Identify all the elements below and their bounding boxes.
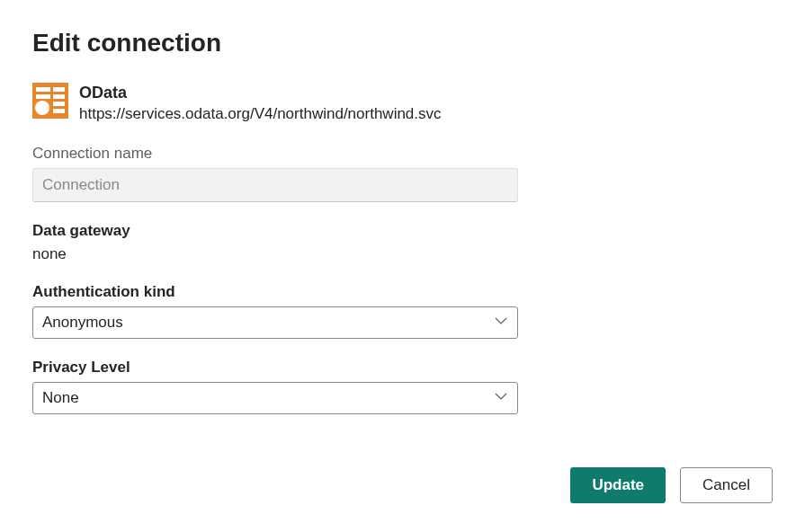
page-title: Edit connection	[32, 29, 773, 58]
connector-text: OData https://services.odata.org/V4/nort…	[79, 83, 442, 125]
svg-rect-4	[53, 94, 65, 99]
connection-name-label: Connection name	[32, 145, 773, 163]
connection-name-field: Connection name	[32, 145, 773, 202]
privacy-level-value: None	[42, 389, 79, 407]
data-gateway-field: Data gateway none	[32, 222, 773, 263]
privacy-level-label: Privacy Level	[32, 359, 773, 377]
dialog-buttons: Update Cancel	[570, 467, 773, 503]
update-button[interactable]: Update	[570, 467, 666, 503]
connector-name: OData	[79, 83, 442, 103]
authentication-kind-select[interactable]: Anonymous	[32, 306, 518, 339]
cancel-button[interactable]: Cancel	[680, 467, 773, 503]
connector-info: OData https://services.odata.org/V4/nort…	[32, 83, 773, 125]
authentication-kind-field: Authentication kind Anonymous	[32, 283, 773, 339]
svg-rect-3	[36, 94, 50, 99]
authentication-kind-label: Authentication kind	[32, 283, 773, 301]
data-gateway-label: Data gateway	[32, 222, 773, 240]
privacy-level-select[interactable]: None	[32, 382, 518, 414]
svg-rect-5	[53, 102, 65, 106]
svg-point-7	[35, 101, 49, 115]
svg-rect-6	[53, 109, 65, 113]
privacy-level-field: Privacy Level None	[32, 359, 773, 414]
svg-rect-2	[53, 87, 65, 92]
connection-name-input[interactable]	[32, 168, 518, 202]
svg-rect-1	[36, 87, 50, 92]
data-gateway-value: none	[32, 245, 773, 263]
authentication-kind-value: Anonymous	[42, 314, 123, 332]
connector-url: https://services.odata.org/V4/northwind/…	[79, 103, 442, 125]
odata-icon	[32, 83, 68, 119]
